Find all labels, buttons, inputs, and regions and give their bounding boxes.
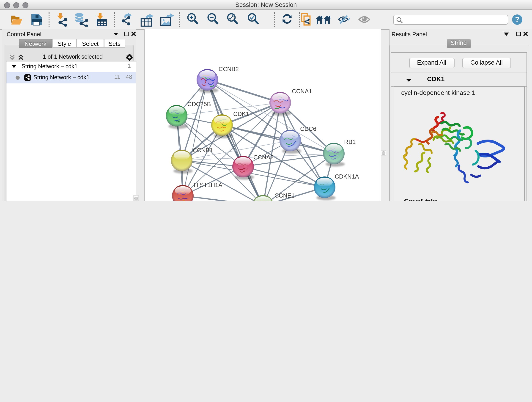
svg-text:CCNE1: CCNE1 xyxy=(274,192,294,199)
svg-text:HIST1H1A: HIST1H1A xyxy=(194,182,222,188)
svg-text:CDKN1A: CDKN1A xyxy=(335,173,359,180)
svg-text:CDC25B: CDC25B xyxy=(187,101,211,108)
svg-text:?: ? xyxy=(515,15,519,23)
svg-text:CCNB1: CCNB1 xyxy=(192,147,213,153)
svg-text:CCNA1: CCNA1 xyxy=(292,88,312,95)
svg-text:CDK1: CDK1 xyxy=(233,110,249,117)
svg-text:RB1: RB1 xyxy=(344,138,355,145)
svg-text:CCNB2: CCNB2 xyxy=(218,65,239,72)
svg-text:CDC6: CDC6 xyxy=(300,125,316,132)
svg-text:CCNA2: CCNA2 xyxy=(253,154,273,161)
